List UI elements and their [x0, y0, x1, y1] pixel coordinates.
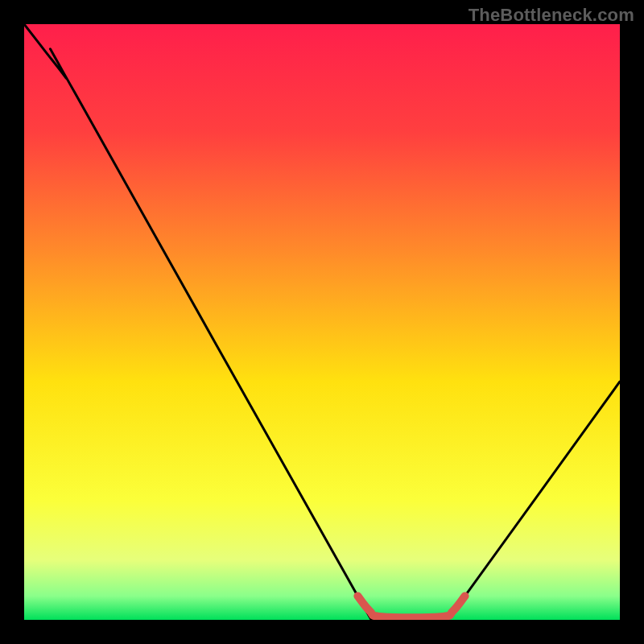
watermark-text: TheBottleneck.com — [469, 5, 634, 26]
highlight-band-path — [357, 596, 464, 617]
chart-frame: TheBottleneck.com — [0, 0, 644, 644]
plot-area — [24, 24, 620, 620]
chart-lines — [24, 24, 620, 620]
bottleneck-curve-path — [24, 24, 620, 620]
